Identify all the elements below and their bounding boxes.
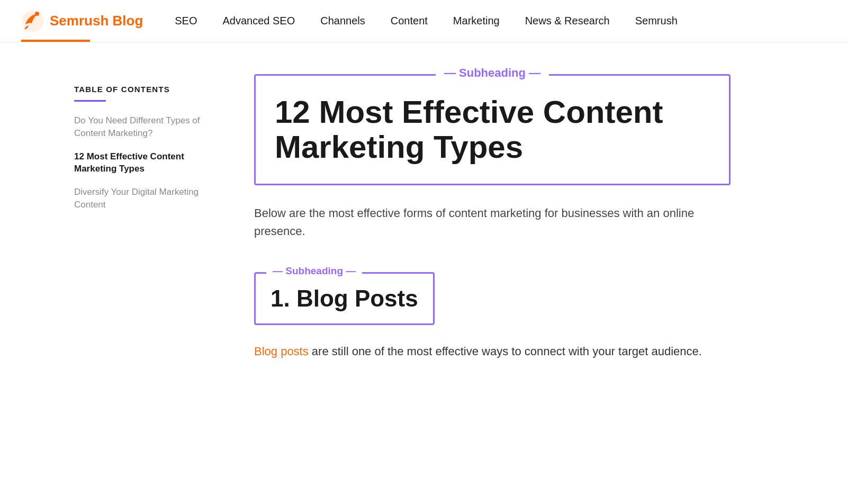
nav-item-channels[interactable]: Channels [320,15,365,27]
nav-item-semrush[interactable]: Semrush [635,15,678,27]
nav-item-advanced-seo[interactable]: Advanced SEO [223,15,295,27]
toc-item-2[interactable]: 12 Most Effective Content Marketing Type… [74,150,222,176]
section2-h3: 1. Blog Posts [271,285,418,312]
toc-divider [74,100,106,102]
section1-heading-box: Subheading 12 Most Effective Content Mar… [254,74,731,185]
logo-text: Semrush Blog [50,13,143,29]
nav-item-content[interactable]: Content [391,15,428,27]
main-nav: SEO Advanced SEO Channels Content Market… [175,15,826,27]
section2-heading-box: Subheading 1. Blog Posts [254,272,435,325]
toc-item-1[interactable]: Do You Need Different Types of Content M… [74,114,222,140]
svg-point-1 [35,12,39,16]
toc-title: TABLE OF CONTENTS [74,85,222,94]
section2-body-highlight: Blog posts [254,345,309,358]
site-header: Semrush Blog SEO Advanced SEO Channels C… [0,0,847,42]
section1-subheading-label: Subheading [436,66,549,80]
section2-subheading-label: Subheading [266,265,362,277]
nav-item-news-research[interactable]: News & Research [525,15,610,27]
table-of-contents: TABLE OF CONTENTS Do You Need Different … [74,74,222,361]
logo-area[interactable]: Semrush Blog [21,10,143,33]
section1-h2: 12 Most Effective Content Marketing Type… [275,95,710,165]
section2-body: Blog posts are still one of the most eff… [254,342,731,361]
nav-item-seo[interactable]: SEO [175,15,197,27]
header-underline [21,40,90,42]
section1-intro: Below are the most effective forms of co… [254,204,731,240]
page-layout: TABLE OF CONTENTS Do You Need Different … [53,42,794,392]
section2-body-rest: are still one of the most effective ways… [309,345,702,358]
semrush-logo-icon [21,10,44,33]
nav-item-marketing[interactable]: Marketing [453,15,500,27]
toc-item-3[interactable]: Diversify Your Digital Marketing Content [74,186,222,211]
main-content: Subheading 12 Most Effective Content Mar… [254,74,731,361]
